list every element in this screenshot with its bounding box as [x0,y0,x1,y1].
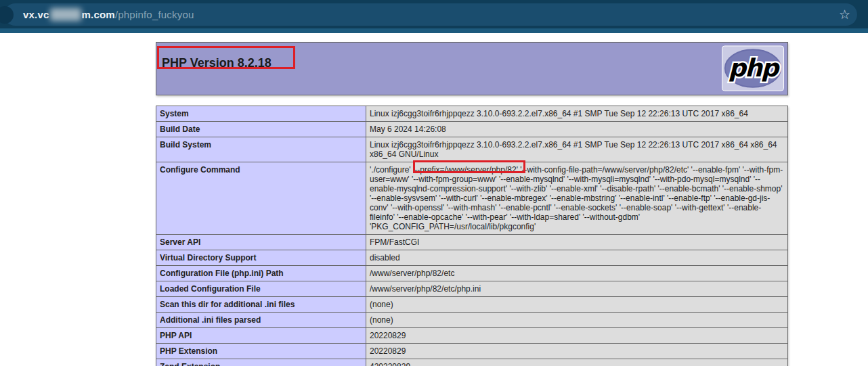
info-row-label: Loaded Configuration File [156,281,366,297]
phpinfo-header-table: php PHP Version 8.2.18 [156,42,788,95]
info-row-value: (none) [366,297,788,313]
annotation-box-configure-prefix [413,160,525,173]
info-row-value: Linux izj6cgg3toifr6rhjppqezz 3.10.0-693… [366,106,788,122]
info-row-value: (none) [366,313,788,328]
table-row: Build DateMay 6 2024 14:26:08 [156,122,788,137]
table-row: Build SystemLinux izj6cgg3toifr6rhjppqez… [156,137,788,162]
toolbar-strip [0,28,868,33]
info-row-label: Configuration File (php.ini) Path [156,266,366,281]
table-row: PHP Extension20220829 [156,344,788,359]
table-row: Zend Extension420220829 [156,359,788,366]
url-domain-prefix: vx.vc [23,9,49,20]
table-row: Loaded Configuration File/www/server/php… [156,281,788,297]
info-row-label: PHP API [156,328,366,344]
php-logo-text: php [729,53,781,83]
info-row-label: Build Date [156,122,366,137]
info-row-label: Scan this dir for additional .ini files [156,297,366,313]
info-row-label: System [156,106,366,122]
url-text: vx.vcm.com/phpinfo_fuckyou [23,8,194,21]
table-row: Additional .ini files parsed(none) [156,313,788,328]
info-row-value: /www/server/php/82/etc [366,266,788,281]
php-logo: php [722,45,784,94]
info-table-body: SystemLinux izj6cgg3toifr6rhjppqezz 3.10… [156,106,788,366]
url-domain-suffix: m.com [82,9,115,20]
info-row-label: Server API [156,235,366,250]
table-row: SystemLinux izj6cgg3toifr6rhjppqezz 3.10… [156,106,788,122]
url-path: /phpinfo_fuckyou [115,9,194,20]
info-row-label: PHP Extension [156,344,366,359]
table-row: Server APIFPM/FastCGI [156,235,788,250]
info-row-value: Linux izj6cgg3toifr6rhjppqezz 3.10.0-693… [366,137,788,162]
info-row-label: Zend Extension [156,359,366,366]
table-row: PHP API20220829 [156,328,788,344]
address-bar[interactable]: vx.vcm.com/phpinfo_fuckyou ☆ [4,3,857,26]
table-row: Virtual Directory Supportdisabled [156,250,788,266]
info-row-label: Virtual Directory Support [156,250,366,266]
info-row-value: /www/server/php/82/etc/php.ini [366,281,788,297]
phpinfo-header-cell: php PHP Version 8.2.18 [156,43,788,95]
site-identity-icon [0,6,14,24]
bookmark-star-icon[interactable]: ☆ [839,8,850,21]
browser-top-bar: vx.vcm.com/phpinfo_fuckyou ☆ [0,0,868,28]
info-row-label: Additional .ini files parsed [156,313,366,328]
table-row: Configure Command'./configure' '--prefix… [156,162,788,235]
info-row-value: disabled [366,250,788,266]
info-row-value: 420220829 [366,359,788,366]
info-row-value: May 6 2024 14:26:08 [366,122,788,137]
info-row-label: Configure Command [156,162,366,235]
table-row: Configuration File (php.ini) Path/www/se… [156,266,788,281]
info-row-value: './configure' '--prefix=/www/server/php/… [366,162,788,235]
url-redaction-blur [50,8,81,21]
info-row-value: FPM/FastCGI [366,235,788,250]
info-row-label: Build System [156,137,366,162]
info-row-value: 20220829 [366,328,788,344]
page-title: PHP Version 8.2.18 [162,56,784,71]
table-row: Scan this dir for additional .ini files(… [156,297,788,313]
info-row-value: 20220829 [366,344,788,359]
phpinfo-info-table: SystemLinux izj6cgg3toifr6rhjppqezz 3.10… [156,106,788,366]
phpinfo-page: php PHP Version 8.2.18 SystemLinux izj6c… [156,42,788,366]
